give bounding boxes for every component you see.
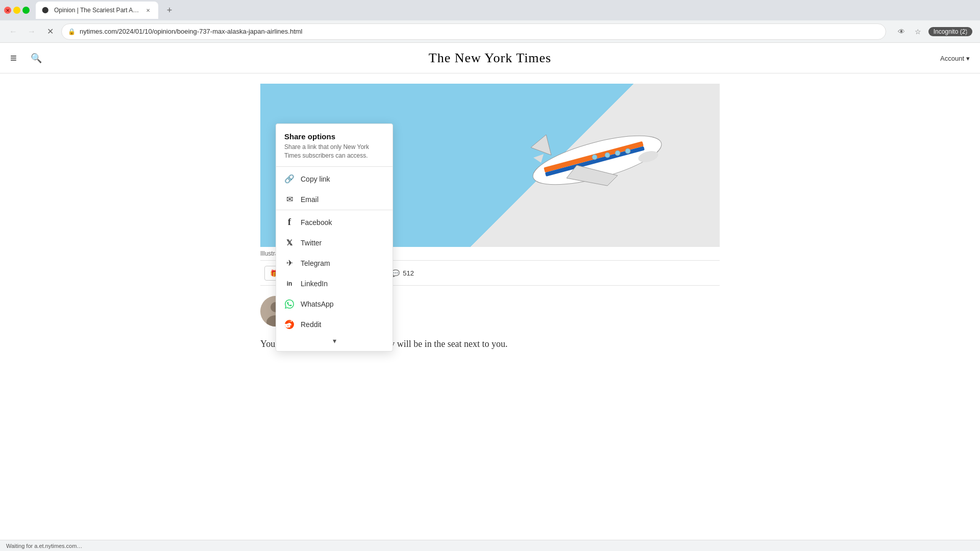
linkedin-label: LinkedIn — [301, 280, 328, 288]
forward-button[interactable]: → — [24, 24, 39, 39]
nyt-logo: The New York Times — [429, 51, 552, 66]
browser-frame: ✕ ⬤ Opinion | The Scariest Part Abo… ✕ +… — [0, 0, 980, 551]
facebook-label: Facebook — [301, 218, 332, 227]
title-bar: ✕ ⬤ Opinion | The Scariest Part Abo… ✕ + — [0, 0, 980, 20]
copy-link-label: Copy link — [301, 175, 330, 183]
status-bar: Waiting for a.et.nytimes.com… — [0, 540, 980, 551]
account-chevron-icon: ▾ — [966, 54, 970, 62]
share-whatsapp[interactable]: WhatsApp — [276, 294, 393, 314]
star-icon[interactable]: ☆ — [911, 24, 925, 39]
airplane-illustration — [516, 104, 679, 216]
window-controls: ✕ — [4, 7, 30, 14]
window-minimize-button[interactable] — [13, 7, 20, 14]
svg-marker-6 — [533, 154, 544, 163]
telegram-icon: ✈ — [284, 258, 295, 268]
whatsapp-label: WhatsApp — [301, 300, 334, 308]
share-email[interactable]: ✉ Email — [276, 189, 393, 210]
svg-point-8 — [605, 153, 610, 158]
email-label: Email — [301, 195, 318, 204]
nav-icons: 👁 ☆ ▱ Incognito (2) ⋮ — [894, 24, 974, 39]
profile-icon[interactable]: Incognito (2) — [943, 24, 958, 39]
status-text: Waiting for a.et.nytimes.com… — [6, 543, 82, 549]
tab-favicon: ⬤ — [42, 6, 50, 14]
tab-title: Opinion | The Scariest Part Abo… — [54, 7, 140, 14]
window-close-button[interactable]: ✕ — [4, 7, 11, 14]
window-maximize-button[interactable] — [22, 7, 30, 14]
back-button[interactable]: ← — [6, 24, 20, 39]
active-tab[interactable]: ⬤ Opinion | The Scariest Part Abo… ✕ — [36, 2, 158, 19]
scroll-down-icon[interactable]: ▾ — [333, 337, 336, 345]
share-reddit[interactable]: Reddit — [276, 314, 393, 335]
telegram-label: Telegram — [301, 259, 330, 267]
share-options-popup: Share options Share a link that only New… — [276, 123, 393, 352]
account-button[interactable]: Account ▾ — [940, 54, 970, 62]
share-divider — [276, 166, 393, 167]
search-button[interactable]: 🔍 — [31, 53, 42, 64]
copy-link-icon: 🔗 — [284, 174, 295, 184]
page-content: ≡ 🔍 The New York Times Account ▾ — [0, 43, 980, 551]
share-linkedin[interactable]: in LinkedIn — [276, 273, 393, 294]
address-bar[interactable]: 🔒 nytimes.com/2024/01/10/opinion/boeing-… — [61, 23, 886, 40]
nav-bar: ← → ✕ 🔒 nytimes.com/2024/01/10/opinion/b… — [0, 20, 980, 43]
comment-count-text: 512 — [403, 269, 414, 277]
linkedin-icon: in — [284, 279, 295, 289]
reddit-icon — [284, 319, 295, 330]
menu-dots-button[interactable]: ⋮ — [960, 24, 974, 39]
share-telegram[interactable]: ✈ Telegram — [276, 253, 393, 273]
nyt-header: ≡ 🔍 The New York Times Account ▾ — [0, 43, 980, 73]
reload-button[interactable]: ✕ — [43, 24, 57, 39]
twitter-label: Twitter — [301, 239, 322, 247]
share-options-title: Share options — [276, 132, 393, 143]
share-twitter[interactable]: 𝕏 Twitter — [276, 233, 393, 253]
svg-point-10 — [625, 148, 630, 154]
article-area: Illustration by CSA Images/Getty Images … — [0, 73, 980, 362]
svg-point-9 — [615, 151, 620, 156]
whatsapp-icon — [284, 299, 295, 309]
reddit-label: Reddit — [301, 320, 321, 329]
svg-marker-5 — [531, 135, 551, 155]
facebook-icon: f — [284, 217, 295, 228]
twitter-icon: 𝕏 — [284, 238, 295, 248]
tab-close-button[interactable]: ✕ — [144, 6, 152, 14]
svg-point-11 — [592, 155, 597, 160]
eye-slash-icon[interactable]: 👁 — [894, 24, 909, 39]
account-label: Account — [940, 54, 964, 62]
hamburger-menu-button[interactable]: ≡ — [10, 52, 17, 65]
share-copy-link[interactable]: 🔗 Copy link — [276, 169, 393, 189]
share-facebook[interactable]: f Facebook — [276, 212, 393, 233]
share-divider-2 — [276, 210, 393, 210]
new-tab-button[interactable]: + — [162, 3, 177, 17]
comment-section-link[interactable]: 💬 512 — [391, 269, 414, 277]
url-text: nytimes.com/2024/01/10/opinion/boeing-73… — [80, 28, 879, 35]
email-icon: ✉ — [284, 194, 295, 205]
lock-icon: 🔒 — [68, 28, 76, 35]
share-options-description: Share a link that only New York Times su… — [276, 143, 393, 166]
